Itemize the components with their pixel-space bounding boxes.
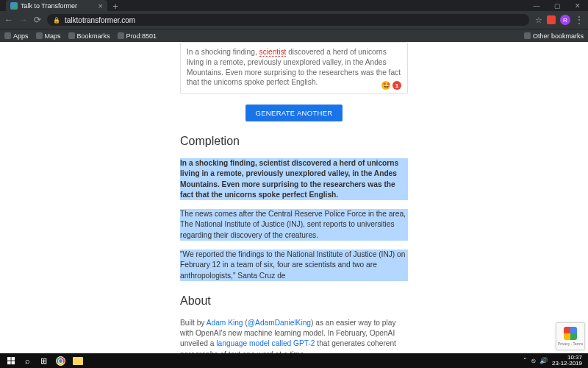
apps-bookmark[interactable]: Apps <box>4 32 29 40</box>
svg-rect-2 <box>7 361 11 364</box>
prod-icon <box>118 32 124 39</box>
adam-handle-link[interactable]: @AdamDanielKing <box>248 319 311 327</box>
addr-right: ☆ R ⋮ <box>535 15 584 25</box>
browser-tab[interactable]: Talk to Transformer × <box>6 0 107 11</box>
bookmarks-label: Bookmarks <box>77 32 110 40</box>
apps-icon <box>4 32 11 39</box>
completion-p3: "We reported the findings to the Nationa… <box>180 250 408 281</box>
minimize-button[interactable]: — <box>526 0 547 11</box>
maps-bookmark[interactable]: Maps <box>36 32 61 40</box>
tab-close-icon[interactable]: × <box>98 1 103 10</box>
other-bookmarks[interactable]: Other bookmarks <box>524 32 584 40</box>
chrome-icon <box>56 356 65 366</box>
task-view-icon[interactable]: ⊞ <box>35 353 51 368</box>
menu-icon[interactable]: ⋮ <box>575 15 584 25</box>
system-tray: ˄ ⎋ 🔊 10:37 23-12-2019 <box>523 355 585 367</box>
bookmarks-bookmark[interactable]: Bookmarks <box>68 32 110 40</box>
maps-label: Maps <box>45 32 61 40</box>
completion-p2: The news comes after the Central Reserve… <box>180 209 408 241</box>
prod-label: Prod:8501 <box>126 32 157 40</box>
bookmarks-bar: Apps Maps Bookmarks Prod:8501 Other book… <box>0 29 588 42</box>
prod-bookmark[interactable]: Prod:8501 <box>118 32 157 40</box>
window-titlebar: Talk to Transformer × + — ▢ ✕ <box>0 0 588 11</box>
back-icon[interactable]: ← <box>4 15 13 25</box>
generate-wrap: GENERATE ANOTHER <box>180 105 408 121</box>
adam-king-link[interactable]: Adam King <box>207 319 243 327</box>
url-field[interactable]: 🔒 talktotransformer.com <box>47 14 529 26</box>
completion-heading: Completion <box>180 135 408 148</box>
star-icon <box>68 32 75 39</box>
search-icon[interactable]: ⌕ <box>19 353 35 368</box>
recaptcha-icon <box>564 327 577 340</box>
prompt-box[interactable]: In a shocking finding, scientist discove… <box>180 42 408 94</box>
prompt-text: In a shocking finding, scientist discove… <box>187 47 401 88</box>
folder-icon <box>524 32 531 39</box>
other-label: Other bookmarks <box>533 32 584 40</box>
tab-title: Talk to Transformer <box>21 2 96 10</box>
maps-icon <box>36 32 43 39</box>
about-built-by: Built by <box>180 319 207 327</box>
extension-icon[interactable] <box>547 15 556 24</box>
start-button[interactable] <box>3 353 19 368</box>
forward-icon: → <box>19 15 28 25</box>
window-controls: — ▢ ✕ <box>526 0 588 11</box>
url-text: talktotransformer.com <box>65 16 135 24</box>
prompt-reactions[interactable]: 🤩 1 <box>381 81 401 90</box>
lock-icon: 🔒 <box>53 17 60 24</box>
tray-chevron-icon[interactable]: ˄ <box>523 357 527 364</box>
svg-rect-0 <box>7 357 11 361</box>
recaptcha-badge[interactable]: Privacy - Terms <box>556 322 585 350</box>
completion-p1: In a shocking finding, scientist discove… <box>180 158 408 200</box>
wifi-icon[interactable]: ⎋ <box>531 357 535 364</box>
explorer-taskbar[interactable] <box>69 353 87 368</box>
gpt2-link[interactable]: language model called GPT-2 <box>216 339 315 347</box>
profile-avatar[interactable]: R <box>560 15 570 25</box>
chrome-taskbar[interactable] <box>51 353 69 368</box>
svg-rect-3 <box>11 361 15 364</box>
maximize-button[interactable]: ▢ <box>547 0 567 11</box>
prompt-misspelled: scientist <box>259 48 287 57</box>
recaptcha-text: Privacy - Terms <box>558 342 583 346</box>
clock[interactable]: 10:37 23-12-2019 <box>552 355 582 367</box>
apps-label: Apps <box>13 32 29 40</box>
volume-icon[interactable]: 🔊 <box>539 357 548 364</box>
heart-eyes-icon[interactable]: 🤩 <box>381 81 390 90</box>
tab-favicon <box>10 2 18 10</box>
reload-icon[interactable]: ⟳ <box>34 15 41 25</box>
page-column: In a shocking finding, scientist discove… <box>180 42 408 353</box>
about-heading: About <box>180 294 408 308</box>
taskbar: ⌕ ⊞ ˄ ⎋ 🔊 10:37 23-12-2019 <box>0 353 588 368</box>
folder-icon <box>73 357 83 365</box>
address-bar: ← → ⟳ 🔒 talktotransformer.com ☆ R ⋮ <box>0 11 588 29</box>
prompt-before: In a shocking finding, <box>187 48 259 56</box>
clock-date: 23-12-2019 <box>552 361 582 367</box>
svg-rect-1 <box>11 357 15 361</box>
reaction-count-badge[interactable]: 1 <box>392 81 401 90</box>
generate-another-button[interactable]: GENERATE ANOTHER <box>245 105 343 121</box>
close-button[interactable]: ✕ <box>567 0 588 11</box>
about-p1: Built by Adam King (@AdamDanielKing) as … <box>180 318 408 353</box>
new-tab-button[interactable]: + <box>110 1 121 11</box>
page-content: In a shocking finding, scientist discove… <box>0 42 588 353</box>
bookmark-star-icon[interactable]: ☆ <box>535 15 542 25</box>
